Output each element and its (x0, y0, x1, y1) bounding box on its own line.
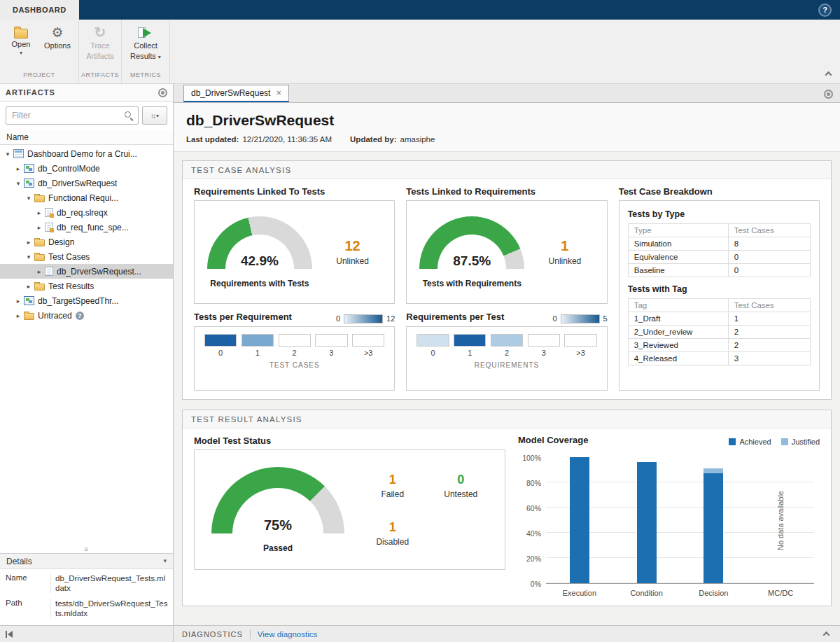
trace-artifacts-button[interactable]: ↻ Trace Artifacts (83, 25, 117, 61)
card-title-model-coverage: Model Coverage (518, 435, 588, 447)
details-title: Details (6, 557, 32, 566)
bar-column-condition (613, 458, 680, 583)
help-icon[interactable]: ? (818, 4, 832, 17)
details-collapse-icon[interactable]: ▾ (163, 559, 167, 564)
achieved-bar[interactable] (704, 473, 723, 583)
expander-collapsed-icon[interactable]: ▸ (24, 283, 34, 290)
disabled-label: Disabled (376, 537, 409, 547)
tree-item-db-driverswrequest[interactable]: ▾ db_DriverSwRequest (0, 176, 173, 190)
artifacts-panel: ARTIFACTS ↑↓ ▾ Name ▾ Dashboard Demo for… (0, 84, 174, 625)
table-row: 2_Under_review2 (628, 326, 810, 339)
tests-with-tag-table: Tag Test Cases 1_Draft1 2_Under_review2 … (628, 298, 811, 365)
expander-expanded-icon[interactable]: ▾ (13, 180, 23, 187)
splitter-handle[interactable]: ≡ (0, 546, 173, 553)
achieved-bar[interactable] (637, 462, 657, 583)
tree-item-design[interactable]: ▸ Design (0, 235, 173, 249)
bin-label: 0 (430, 349, 435, 357)
card-tests-linked-to-requirements: 87.5% Tests with Requirements 1 Unlinked (406, 200, 607, 304)
histogram-bin[interactable] (491, 334, 523, 347)
x-label: MC/DC (747, 589, 814, 597)
tree-item-db-targetspeedthr[interactable]: ▸ db_TargetSpeedThr... (0, 293, 173, 308)
panel-options-icon[interactable] (158, 88, 167, 97)
expand-diagnostics-icon[interactable] (820, 631, 832, 636)
page-title: db_DriverSwRequest (186, 112, 827, 129)
card-title-reqs-per-test: Requirements per Test (406, 312, 504, 324)
expander-expanded-icon[interactable]: ▾ (24, 195, 34, 202)
gauge-caption: Requirements with Tests (210, 279, 309, 288)
tree-item-functional-requirements[interactable]: ▾ Functional Requi... (0, 190, 173, 205)
ribbon-collapse-icon[interactable] (823, 69, 833, 78)
open-folder-icon (14, 29, 28, 39)
divider (250, 629, 251, 639)
disabled-count: 1 (389, 520, 396, 535)
table-row: 4_Released3 (628, 352, 810, 365)
filter-input[interactable] (6, 106, 139, 125)
scale-min: 0 (336, 314, 340, 323)
tree-item-label: db_DrverSwRequest... (57, 267, 141, 277)
expander-collapsed-icon[interactable]: ▸ (34, 268, 44, 275)
expander-expanded-icon[interactable]: ▾ (24, 253, 34, 260)
tree-item-project[interactable]: ▾ Dashboard Demo for a Crui... (0, 146, 173, 161)
histogram-bin[interactable] (564, 334, 596, 347)
untraced-help-icon[interactable]: ? (76, 312, 84, 320)
histogram-bin[interactable] (204, 334, 237, 347)
expander-collapsed-icon[interactable]: ▸ (24, 239, 34, 246)
tab-options-icon[interactable] (824, 90, 833, 99)
view-diagnostics-link[interactable]: View diagnostics (258, 630, 317, 638)
requirements-file-icon (45, 208, 53, 217)
card-title-model-test-status: Model Test Status (194, 435, 505, 448)
tree-item-test-results[interactable]: ▸ Test Results (0, 279, 173, 293)
details-panel-header[interactable]: Details ▾ (0, 554, 173, 569)
histogram-bin[interactable] (279, 334, 311, 347)
diagnostics-bar: DIAGNOSTICS View diagnostics (174, 626, 840, 642)
table-title-tests-with-tag: Tests with Tag (628, 284, 811, 294)
tree-item-db-controlmode[interactable]: ▸ db_ControlMode (0, 161, 173, 176)
tree-item-db-req-func-spec[interactable]: ▸ db_req_func_spe... (0, 220, 173, 235)
tree-item-label: Untraced (38, 311, 72, 321)
dock-left-icon[interactable] (6, 631, 13, 638)
open-button[interactable]: Open ▾ (4, 25, 38, 55)
justified-bar[interactable] (704, 468, 723, 473)
tree-item-db-driverswrequest-tests[interactable]: ▸ db_DrverSwRequest... (0, 264, 173, 279)
model-icon (24, 164, 34, 173)
achieved-legend-swatch (729, 438, 736, 445)
achieved-bar[interactable] (570, 457, 589, 583)
dashboard-ribbon-tab[interactable]: DASHBOARD (0, 0, 79, 20)
histogram-bin[interactable] (352, 334, 384, 347)
tab-db-driverswrequest[interactable]: db_DriverSwRequest × (183, 85, 289, 102)
updated-by-value: amasiphe (400, 135, 435, 144)
tree-item-label: db_ControlMode (38, 164, 100, 174)
expander-collapsed-icon[interactable]: ▸ (34, 209, 44, 216)
histogram-bin[interactable] (416, 334, 449, 347)
close-icon[interactable]: × (276, 89, 281, 97)
sort-caret-icon: ▾ (156, 113, 159, 118)
tree-item-db-req-slreqx[interactable]: ▸ db_req.slreqx (0, 205, 173, 220)
expander-collapsed-icon[interactable]: ▸ (13, 165, 23, 172)
tree-item-untraced[interactable]: ▸ Untraced ? (0, 308, 173, 323)
dashboard-content: TEST CASE ANALYSIS Requirements Linked T… (174, 152, 840, 625)
histogram-bin[interactable] (315, 334, 347, 347)
open-dropdown-caret-icon[interactable]: ▾ (20, 50, 22, 55)
collect-results-button[interactable]: Collect Results ▾ (126, 25, 165, 61)
histogram-bin[interactable] (454, 334, 486, 347)
table-row: 1_Draft1 (628, 312, 810, 326)
card-title-tests-linked: Tests Linked to Requirements (406, 186, 607, 199)
expander-collapsed-icon[interactable]: ▸ (13, 298, 23, 305)
expander-collapsed-icon[interactable]: ▸ (13, 312, 23, 319)
expander-expanded-icon[interactable]: ▾ (3, 151, 13, 158)
requirements-linked-gauge: 42.9% (207, 216, 312, 270)
justified-legend-swatch (781, 438, 788, 445)
histogram-bin[interactable] (241, 334, 274, 347)
unlinked-count: 12 (344, 238, 360, 254)
coverage-plot-area: No data available (546, 458, 814, 584)
sort-button[interactable]: ↑↓ ▾ (142, 106, 167, 125)
expander-collapsed-icon[interactable]: ▸ (34, 224, 44, 231)
table-row: Equivalence0 (628, 251, 810, 264)
ribbon-group-label-artifacts: ARTIFACTS (79, 71, 121, 83)
bin-label: >3 (364, 349, 373, 357)
tree-item-label: Test Results (48, 281, 94, 291)
artifacts-panel-title: ARTIFACTS (6, 88, 55, 97)
tree-item-test-cases[interactable]: ▾ Test Cases (0, 249, 173, 264)
histogram-bin[interactable] (528, 334, 560, 347)
options-button[interactable]: ⚙ Options (41, 25, 74, 50)
